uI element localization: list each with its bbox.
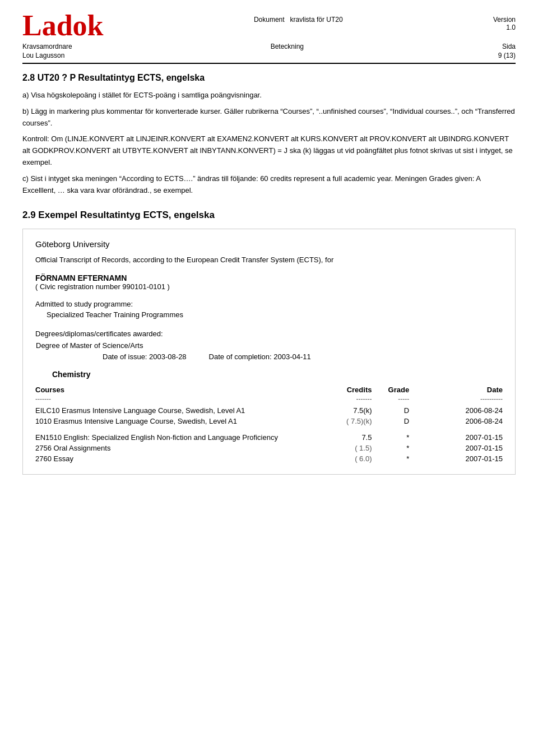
transcript-box: Göteborg University Official Transcript … xyxy=(22,229,516,475)
degree-value: Degree of Master of Science/Arts xyxy=(36,340,503,352)
header: Ladok Dokument kravlista för UT20 Versio… xyxy=(22,11,516,40)
course-code-eilc10: EILC10 xyxy=(35,406,59,415)
doc-info: Dokument kravlista för UT20 xyxy=(254,11,343,24)
sub-course-2760-name: 2760 Essay xyxy=(35,453,316,464)
date-issue: Date of issue: 2003-08-28 xyxy=(103,351,187,363)
degrees-label: Degrees/diplomas/certificates awarded: xyxy=(35,328,503,340)
version-label: Version xyxy=(493,16,516,24)
sub-credits-1010: ( 7.5)(k) xyxy=(316,416,372,426)
sub-credits-2756: ( 1.5) xyxy=(316,443,372,453)
table-row: 2760 Essay ( 6.0) * 2007-01-15 xyxy=(35,453,503,464)
person-section: FÖRNAMN EFTERNAMN ( Civic registration n… xyxy=(35,273,503,291)
header-meta: Kravsamordnare Beteckning Sida xyxy=(22,43,516,50)
chemistry-label: Chemistry xyxy=(52,370,503,379)
sep-grade: ----- xyxy=(372,395,409,405)
grade-eilc10: D xyxy=(372,405,409,416)
sep-date: ---------- xyxy=(409,395,503,405)
sub-date-2756: 2007-01-15 xyxy=(409,443,503,453)
credits-header: Credits xyxy=(316,386,372,395)
fornamn-efternamn: FÖRNAMN EFTERNAMN xyxy=(35,273,503,282)
sep-courses: ------- xyxy=(35,395,316,405)
credits-eilc10: 7.5(k) xyxy=(316,405,372,416)
date-header: Date xyxy=(409,386,503,395)
date-row: Date of issue: 2003-08-28 Date of comple… xyxy=(103,351,503,363)
section-28-para2: b) Lägg in markering plus kommentar för … xyxy=(22,106,516,129)
date-en1510: 2007-01-15 xyxy=(409,432,503,443)
page-number: 9 (13) xyxy=(498,52,516,59)
credits-en1510: 7.5 xyxy=(316,432,372,443)
grade-header: Grade xyxy=(372,386,409,395)
admitted-value: Specialized Teacher Training Programmes xyxy=(47,310,183,319)
separator-row: ------- ------- ----- ---------- xyxy=(35,395,503,405)
sub-grade-2760: * xyxy=(372,453,409,464)
admitted-section: Admitted to study programme: Specialized… xyxy=(35,299,503,321)
section-28-title: 2.8 UT20 ? P Resultatintyg ECTS, engelsk… xyxy=(22,73,516,83)
date-completion: Date of completion: 2003-04-11 xyxy=(209,351,311,363)
sub-date-2760: 2007-01-15 xyxy=(409,453,503,464)
spacer-row xyxy=(35,426,503,432)
section-28: 2.8 UT20 ? P Resultatintyg ECTS, engelsk… xyxy=(22,73,516,196)
section-29-title: 2.9 Exempel Resultatintyg ECTS, engelska xyxy=(22,210,516,221)
doc-label: Dokument xyxy=(254,16,285,24)
admitted-label: Admitted to study programme: xyxy=(35,300,133,308)
courses-header: Courses xyxy=(35,386,316,395)
sub-credits-2760: ( 6.0) xyxy=(316,453,372,464)
header-divider xyxy=(22,63,516,64)
civic-number: ( Civic registration number 990101-0101 … xyxy=(35,282,503,291)
course-name-en1510: EN1510 English: Specialized English Non-… xyxy=(35,432,316,443)
section-29: 2.9 Exempel Resultatintyg ECTS, engelska… xyxy=(22,210,516,475)
section-28-para4: c) Sist i intyget ska meningen “Accordin… xyxy=(22,173,516,197)
section-28-para1: a) Visa högskolepoäng i stället för ECTS… xyxy=(22,90,516,101)
course-code-en1510: EN1510 xyxy=(35,433,62,442)
beteckning-label: Beteckning xyxy=(271,43,304,50)
university-name: Göteborg University xyxy=(35,239,503,249)
courses-header-row: Courses Credits Grade Date xyxy=(35,386,503,395)
sub-grade-2756: * xyxy=(372,443,409,453)
date-eilc10: 2006-08-24 xyxy=(409,405,503,416)
sub-course-1010-name: 1010 Erasmus Intensive Language Course, … xyxy=(35,416,316,426)
degrees-section: Degrees/diplomas/certificates awarded: D… xyxy=(35,328,503,363)
course-name-eilc10: EILC10 Erasmus Intensive Language Course… xyxy=(35,405,316,416)
table-row: EILC10 Erasmus Intensive Language Course… xyxy=(35,405,503,416)
logo: Ladok xyxy=(22,11,104,40)
doc-value: kravlista för UT20 xyxy=(290,16,343,24)
courses-table: Courses Credits Grade Date ------- -----… xyxy=(35,386,503,464)
version-info: Version 1.0 xyxy=(493,11,516,31)
kravsamordnare-label: Kravsamordnare xyxy=(22,43,72,50)
table-row: 1010 Erasmus Intensive Language Course, … xyxy=(35,416,503,426)
header-meta-values: Lou Lagusson 9 (13) xyxy=(22,52,516,59)
person-name: Lou Lagusson xyxy=(22,52,64,59)
sub-grade-1010: D xyxy=(372,416,409,426)
sida-label: Sida xyxy=(502,43,516,50)
sub-date-1010: 2006-08-24 xyxy=(409,416,503,426)
grade-en1510: * xyxy=(372,432,409,443)
official-line: Official Transcript of Records, accordin… xyxy=(35,254,503,266)
sep-credits: ------- xyxy=(316,395,372,405)
version-value: 1.0 xyxy=(493,24,516,31)
table-row: EN1510 English: Specialized English Non-… xyxy=(35,432,503,443)
section-28-para3: Kontroll: Om (LINJE.KONVERT alt LINJEINR… xyxy=(22,133,516,168)
table-row: 2756 Oral Assignments ( 1.5) * 2007-01-1… xyxy=(35,443,503,453)
sub-course-2756-name: 2756 Oral Assignments xyxy=(35,443,316,453)
